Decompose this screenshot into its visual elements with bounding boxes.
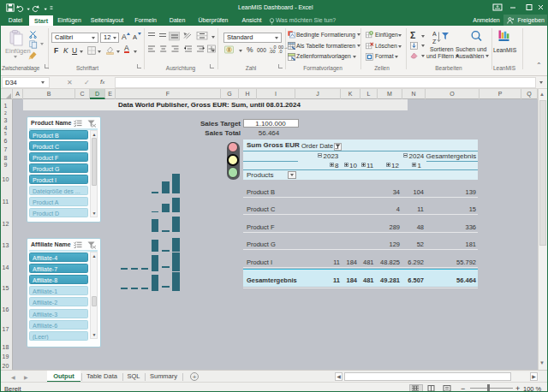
svg-text:A: A (432, 31, 437, 37)
svg-text:Z: Z (432, 39, 437, 45)
